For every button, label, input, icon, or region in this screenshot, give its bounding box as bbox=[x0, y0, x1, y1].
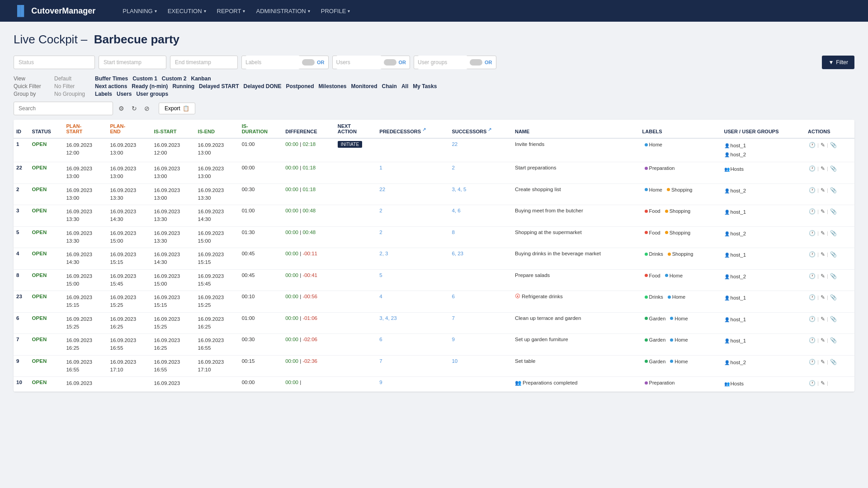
qf-all[interactable]: All bbox=[401, 83, 408, 89]
diff-value: 00:00 bbox=[285, 165, 298, 170]
successors: 6, 23 bbox=[452, 251, 463, 256]
diff-value: 00:00 bbox=[285, 230, 298, 235]
edit-icon[interactable]: ✎ bbox=[820, 208, 826, 215]
view-link-custom1[interactable]: Custom 1 bbox=[132, 75, 157, 82]
view-link-custom2[interactable]: Custom 2 bbox=[162, 75, 187, 82]
clock-icon[interactable]: 🕐 bbox=[808, 337, 816, 344]
label-tag: Preparation bbox=[642, 380, 677, 386]
attachment-icon[interactable]: 📎 bbox=[829, 141, 838, 149]
attachment-icon[interactable]: 📎 bbox=[829, 208, 838, 215]
logo[interactable]: ▐▌ CutoverManager bbox=[14, 5, 95, 17]
nav-execution[interactable]: EXECUTION ▾ bbox=[168, 8, 206, 14]
qf-milestones[interactable]: Milestones bbox=[319, 83, 347, 89]
clock-icon[interactable]: 🕐 bbox=[808, 272, 816, 280]
edit-icon[interactable]: ✎ bbox=[820, 272, 826, 280]
clock-icon[interactable]: 🕐 bbox=[808, 187, 816, 194]
nav-report[interactable]: REPORT ▾ bbox=[217, 8, 245, 14]
edit-icon[interactable]: ✎ bbox=[820, 187, 826, 194]
attachment-icon[interactable]: 📎 bbox=[829, 272, 838, 280]
clock-icon[interactable]: 🕐 bbox=[808, 141, 816, 149]
view-settings: View Default Buffer Times Custom 1 Custo… bbox=[14, 75, 854, 97]
predecessors: 2 bbox=[379, 208, 382, 213]
user-name: Hosts bbox=[731, 381, 744, 386]
task-status: OPEN bbox=[32, 294, 47, 299]
labels-toggle[interactable] bbox=[302, 59, 315, 66]
is-end: 16.09.202314:30 bbox=[198, 209, 224, 222]
attachment-icon[interactable]: 📎 bbox=[829, 315, 838, 323]
label-dot bbox=[645, 167, 648, 170]
refresh-icon[interactable]: ↻ bbox=[130, 103, 139, 114]
label-tag: Home bbox=[665, 294, 688, 300]
filter-button[interactable]: ▼ Filter bbox=[822, 56, 854, 69]
qf-chain[interactable]: Chain bbox=[382, 83, 397, 89]
users-toggle[interactable] bbox=[384, 59, 396, 66]
clear-icon[interactable]: ⊘ bbox=[142, 103, 151, 114]
clock-icon[interactable]: 🕐 bbox=[808, 230, 816, 237]
plan-start: 16.09.202315:15 bbox=[66, 295, 92, 308]
edit-icon[interactable]: ✎ bbox=[820, 358, 826, 366]
users-filter[interactable] bbox=[336, 56, 382, 69]
edit-icon[interactable]: ✎ bbox=[820, 230, 826, 237]
start-timestamp-filter[interactable] bbox=[99, 56, 166, 69]
qf-running[interactable]: Running bbox=[172, 83, 194, 89]
qf-delayed-start[interactable]: Delayed START bbox=[199, 83, 239, 89]
status-filter[interactable] bbox=[14, 56, 95, 69]
qf-monitored[interactable]: Monitored bbox=[351, 83, 377, 89]
labels-filter[interactable] bbox=[245, 56, 300, 69]
search-input[interactable] bbox=[14, 102, 113, 115]
qf-postponed[interactable]: Postponed bbox=[286, 83, 314, 89]
attachment-icon[interactable]: 📎 bbox=[829, 358, 838, 366]
edit-icon[interactable]: ✎ bbox=[820, 294, 826, 301]
clock-icon[interactable]: 🕐 bbox=[808, 358, 816, 366]
page-content: Live Cockpit – Barbecue party OR OR OR ▼… bbox=[0, 22, 868, 488]
qf-delayed-done[interactable]: Delayed DONE bbox=[244, 83, 282, 89]
successors: 7 bbox=[452, 315, 454, 321]
edit-icon[interactable]: ✎ bbox=[820, 380, 826, 387]
view-link-kanban[interactable]: Kanban bbox=[191, 75, 211, 82]
usergroups-toggle[interactable] bbox=[470, 59, 482, 66]
clock-icon[interactable]: 🕐 bbox=[808, 208, 816, 215]
view-link-buffer-times[interactable]: Buffer Times bbox=[95, 75, 128, 82]
usergroups-filter[interactable] bbox=[418, 56, 467, 69]
plan-start: 16.09.202312:00 bbox=[66, 142, 92, 155]
user-icon: 👤 bbox=[724, 274, 730, 279]
qf-next-actions[interactable]: Next actions bbox=[95, 83, 127, 89]
user-icon: 👤 bbox=[724, 210, 730, 215]
groupby-usergroups[interactable]: User groups bbox=[136, 91, 168, 97]
edit-icon[interactable]: ✎ bbox=[820, 141, 826, 149]
label-name: Home bbox=[672, 294, 685, 300]
clock-icon[interactable]: 🕐 bbox=[808, 165, 816, 172]
attachment-icon[interactable]: 📎 bbox=[829, 165, 838, 172]
groupby-labels[interactable]: Labels bbox=[95, 91, 112, 97]
export-button[interactable]: Export 📋 bbox=[159, 103, 195, 114]
edit-icon[interactable]: ✎ bbox=[820, 337, 826, 344]
label-dot bbox=[645, 381, 648, 385]
edit-icon[interactable]: ✎ bbox=[820, 251, 826, 258]
attachment-icon[interactable]: 📎 bbox=[829, 337, 838, 344]
chevron-down-icon: ▾ bbox=[308, 9, 310, 14]
attachment-icon[interactable]: 📎 bbox=[829, 251, 838, 258]
predecessors: 3, 4, 23 bbox=[379, 315, 396, 321]
clock-icon[interactable]: 🕐 bbox=[808, 315, 816, 323]
clock-icon[interactable]: 🕐 bbox=[808, 294, 816, 301]
nav-administration[interactable]: ADMINISTRATION ▾ bbox=[256, 8, 310, 14]
clock-icon[interactable]: 🕐 bbox=[808, 251, 816, 258]
action-icons: 🕐 | ✎ | 📎 bbox=[808, 165, 852, 172]
qf-my-tasks[interactable]: My Tasks bbox=[413, 83, 437, 89]
qf-ready[interactable]: Ready (n-min) bbox=[132, 83, 168, 89]
attachment-icon[interactable]: 📎 bbox=[829, 187, 838, 194]
nav-profile[interactable]: PROFILE ▾ bbox=[321, 8, 350, 14]
end-timestamp-filter[interactable] bbox=[170, 56, 238, 69]
labels-toggle-group: OR bbox=[241, 56, 329, 69]
groupby-users[interactable]: Users bbox=[117, 91, 132, 97]
nav-planning[interactable]: PLANNING ▾ bbox=[123, 8, 156, 14]
settings-icon[interactable]: ⚙ bbox=[117, 103, 126, 114]
attachment-icon[interactable]: 📎 bbox=[829, 294, 838, 301]
action-icons: 🕐 | ✎ | 📎 bbox=[808, 358, 852, 366]
next-action-button[interactable]: INITIATE bbox=[338, 141, 362, 148]
edit-icon[interactable]: ✎ bbox=[820, 165, 826, 172]
label-name: Shopping bbox=[670, 208, 691, 214]
clock-icon[interactable]: 🕐 bbox=[808, 380, 816, 387]
edit-icon[interactable]: ✎ bbox=[820, 315, 826, 323]
attachment-icon[interactable]: 📎 bbox=[829, 230, 838, 237]
